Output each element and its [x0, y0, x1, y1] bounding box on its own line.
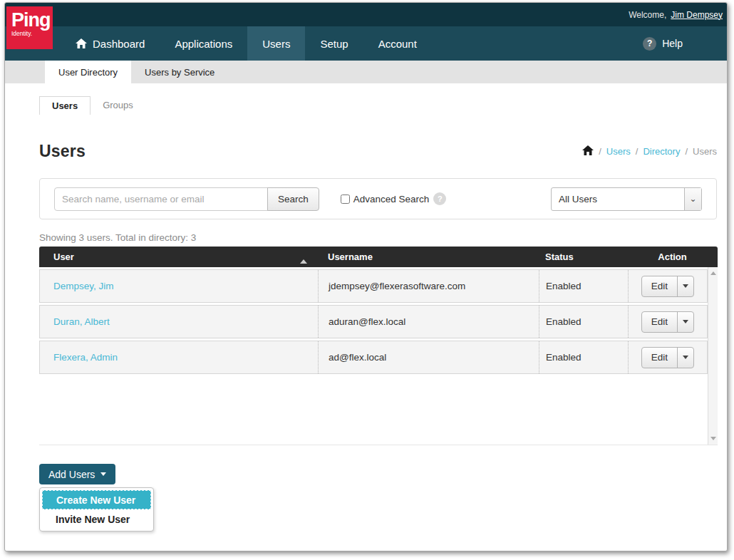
tab-label: Users by Service: [145, 67, 214, 78]
table-row: Dempsey, Jim jdempsey@flexerasoftware.co…: [39, 269, 708, 303]
home-icon: [76, 38, 87, 48]
primary-tabstrip: User Directory Users by Service: [5, 61, 727, 83]
menu-item-invite-new-user[interactable]: Invite New User: [40, 509, 153, 529]
results-summary: Showing 3 users. Total in directory: 3: [39, 232, 717, 243]
nav-item-label: Applications: [175, 38, 232, 50]
advanced-search-toggle: Advanced Search: [341, 194, 430, 204]
breadcrumb-link-directory[interactable]: Directory: [643, 146, 680, 157]
caret-down-icon: [100, 472, 106, 476]
column-header-action: Action: [627, 252, 718, 262]
nav-item-setup[interactable]: Setup: [305, 26, 363, 61]
help-question-icon: ?: [643, 37, 656, 51]
scroll-up-icon[interactable]: [708, 268, 718, 279]
user-link[interactable]: Duran, Albert: [53, 316, 110, 327]
tab-label: User Directory: [58, 67, 118, 78]
ping-identity-logo[interactable]: Ping Identity.: [6, 6, 53, 49]
scroll-down-icon[interactable]: [708, 433, 718, 444]
breadcrumb-separator: /: [636, 146, 639, 157]
nav-item-applications[interactable]: Applications: [160, 26, 247, 61]
tab-groups[interactable]: Groups: [91, 96, 145, 115]
tab-label: Groups: [103, 100, 133, 110]
status-cell: Enabled: [546, 316, 581, 327]
main-navbar: Ping Identity. Dashboard Applications Us…: [5, 26, 727, 61]
caret-down-icon: [683, 284, 688, 288]
tab-label: Users: [52, 100, 78, 111]
edit-split-button: Edit: [641, 276, 694, 297]
breadcrumb-separator: /: [685, 146, 688, 157]
breadcrumb-link-users[interactable]: Users: [606, 146, 631, 157]
edit-button[interactable]: Edit: [642, 312, 677, 332]
top-utility-bar: Welcome, Jim Dempsey: [5, 3, 727, 26]
page-content: Users Groups Users / Users / Directory /…: [5, 96, 727, 484]
user-filter-value: All Users: [552, 194, 684, 204]
edit-dropdown-toggle[interactable]: [677, 312, 693, 332]
add-users-button[interactable]: Add Users: [39, 464, 115, 484]
current-user-link[interactable]: Jim Dempsey: [671, 10, 723, 20]
edit-split-button: Edit: [641, 347, 694, 368]
menu-item-create-new-user[interactable]: Create New User: [42, 490, 151, 509]
edit-dropdown-toggle[interactable]: [677, 276, 693, 296]
username-cell: ad@flex.local: [329, 352, 386, 363]
search-button[interactable]: Search: [267, 187, 319, 211]
nav-item-label: Dashboard: [93, 38, 145, 50]
caret-down-icon: [683, 320, 688, 323]
status-cell: Enabled: [546, 352, 581, 363]
tab-users-by-service[interactable]: Users by Service: [131, 61, 228, 83]
advanced-search-checkbox[interactable]: [341, 195, 350, 204]
user-link[interactable]: Dempsey, Jim: [53, 281, 114, 291]
app-window: Welcome, Jim Dempsey Ping Identity. Dash…: [4, 2, 728, 551]
breadcrumb-home-icon[interactable]: [582, 145, 594, 157]
edit-button[interactable]: Edit: [642, 276, 677, 296]
search-input[interactable]: [54, 187, 268, 211]
username-cell: aduran@flex.local: [329, 316, 405, 327]
column-header-user[interactable]: User: [39, 252, 317, 262]
help-label: Help: [662, 38, 683, 49]
nav-item-label: Account: [378, 38, 417, 50]
advanced-search-label: Advanced Search: [353, 194, 430, 204]
status-cell: Enabled: [546, 281, 581, 291]
logo-text-identity: Identity.: [11, 31, 53, 37]
breadcrumb: / Users / Directory / Users: [582, 145, 717, 157]
page-title: Users: [39, 142, 86, 161]
user-link[interactable]: Flexera, Admin: [53, 352, 118, 363]
table-row: Duran, Albert aduran@flex.local Enabled …: [39, 305, 708, 338]
logo-text-ping: Ping: [11, 11, 53, 30]
welcome-label: Welcome,: [629, 10, 666, 20]
column-header-username[interactable]: Username: [317, 252, 538, 262]
breadcrumb-current: Users: [693, 146, 717, 157]
column-header-status[interactable]: Status: [538, 252, 627, 262]
table-header-row: User Username Status Action: [39, 247, 718, 267]
nav-item-account[interactable]: Account: [363, 26, 432, 61]
tab-user-directory[interactable]: User Directory: [45, 61, 131, 83]
advanced-search-help-icon[interactable]: ?: [433, 192, 446, 205]
edit-dropdown-toggle[interactable]: [677, 348, 693, 368]
username-cell: jdempsey@flexerasoftware.com: [329, 281, 465, 291]
nav-item-label: Users: [262, 38, 290, 50]
user-filter-select[interactable]: All Users ⌄: [551, 187, 702, 211]
add-users-menu: Create New User Invite New User: [39, 487, 154, 532]
table-body: Dempsey, Jim jdempsey@flexerasoftware.co…: [39, 267, 718, 445]
users-table: User Username Status Action Dempsey, Jim: [39, 247, 718, 445]
table-row: Flexera, Admin ad@flex.local Enabled Edi…: [39, 341, 708, 374]
search-panel: Search Advanced Search ? All Users ⌄: [39, 178, 717, 219]
title-row: Users / Users / Directory / Users: [39, 142, 717, 161]
edit-split-button: Edit: [641, 311, 694, 333]
help-button[interactable]: ? Help: [643, 26, 683, 61]
nav-item-users[interactable]: Users: [247, 26, 305, 61]
secondary-tabstrip: Users Groups: [39, 96, 717, 115]
edit-button[interactable]: Edit: [642, 348, 677, 368]
breadcrumb-separator: /: [599, 146, 601, 157]
table-scrollbar[interactable]: [708, 267, 718, 445]
nav-item-dashboard[interactable]: Dashboard: [61, 26, 160, 61]
chevron-down-icon: ⌄: [684, 188, 701, 210]
caret-down-icon: [683, 356, 688, 359]
add-users-section: Add Users Create New User Invite New Use…: [39, 464, 167, 484]
sort-ascending-icon: [300, 259, 307, 264]
nav-item-label: Setup: [320, 38, 348, 50]
tab-users[interactable]: Users: [39, 96, 91, 115]
